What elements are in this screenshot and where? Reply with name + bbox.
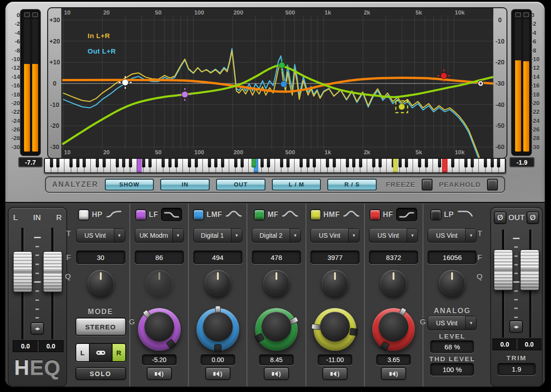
input-fader-handle-r[interactable] (43, 251, 62, 292)
piano-key-black[interactable] (241, 159, 244, 167)
band-key-marker-mf[interactable] (251, 159, 256, 167)
piano-key-black[interactable] (346, 159, 349, 167)
piano-key-black[interactable] (326, 159, 329, 167)
band-gain-knob[interactable] (197, 308, 239, 351)
band-frequency-value[interactable]: 494 (193, 250, 242, 264)
filter-shape-button[interactable] (282, 210, 298, 219)
trim-value[interactable]: 1.9 (497, 363, 536, 375)
piano-key-black[interactable] (280, 159, 283, 167)
band-type-dropdown[interactable]: US Vint▼ (310, 228, 359, 243)
piano-key-black[interactable] (208, 159, 211, 167)
analog-type-dropdown[interactable]: US Vint▼ (428, 316, 477, 330)
piano-key-black[interactable] (379, 159, 382, 167)
band-q-knob[interactable] (322, 270, 348, 296)
band-gain-value[interactable]: -5.20 (142, 354, 177, 365)
band-color-swatch[interactable] (431, 210, 441, 220)
piano-key-black[interactable] (352, 159, 355, 167)
band-audition-button[interactable]: ) (147, 367, 172, 380)
band-key-marker-hf[interactable] (442, 159, 448, 172)
solo-button[interactable]: SOLO (75, 367, 126, 380)
filter-shape-button[interactable] (161, 208, 182, 221)
piano-key-black[interactable] (50, 159, 53, 167)
piano-key-black[interactable] (267, 159, 270, 167)
channel-link-button[interactable] (89, 344, 113, 361)
piano-key-black[interactable] (313, 159, 316, 167)
piano-key-black[interactable] (484, 159, 487, 167)
piano-keyboard[interactable] (44, 158, 506, 173)
piano-key-black[interactable] (438, 159, 441, 167)
band-audition-button[interactable]: ) (322, 367, 348, 380)
piano-key-black[interactable] (56, 159, 59, 167)
analyzer-in-button[interactable]: IN (160, 179, 210, 191)
piano-key-black[interactable] (175, 159, 178, 167)
input-gain-value-r[interactable]: 0.0 (38, 341, 63, 352)
band-frequency-value[interactable]: 86 (135, 250, 184, 264)
band-frequency-value[interactable]: 8372 (369, 250, 418, 264)
input-gain-value-l[interactable]: 0.0 (13, 341, 38, 352)
band-gain-value[interactable]: -11.00 (318, 354, 352, 365)
band-audition-button[interactable]: ) (264, 367, 289, 380)
filter-shape-button[interactable] (457, 210, 473, 219)
piano-key-black[interactable] (129, 159, 132, 167)
output-fader-handle-r[interactable] (520, 250, 539, 290)
peakhold-checkbox[interactable] (487, 179, 498, 191)
piano-key-black[interactable] (116, 159, 119, 167)
band-audition-button[interactable]: ) (381, 367, 406, 380)
band-color-swatch[interactable] (370, 210, 380, 220)
piano-key-black[interactable] (188, 159, 191, 167)
filter-shape-button[interactable] (396, 208, 417, 221)
analyzer-lm-button[interactable]: L / M (272, 179, 321, 191)
filter-shape-button[interactable] (343, 210, 359, 219)
piano-key-black[interactable] (333, 159, 336, 167)
band-control-point-lmf[interactable] (280, 81, 287, 87)
band-type-dropdown[interactable]: Digital 2▼ (252, 228, 301, 243)
input-fader-handle-l[interactable] (13, 251, 32, 292)
piano-key-black[interactable] (96, 159, 99, 167)
output-gain-value-l[interactable]: 0.0 (493, 339, 517, 350)
band-type-dropdown[interactable]: UK Modrn▼ (135, 228, 184, 243)
stereo-mode-button[interactable]: STEREO (75, 318, 126, 336)
piano-key-black[interactable] (464, 159, 467, 167)
band-q-knob[interactable] (263, 270, 290, 296)
band-key-marker-hmf[interactable] (393, 159, 398, 172)
analog-level-value[interactable]: 68 % (430, 340, 474, 353)
output-gain-value-r[interactable]: 0.0 (517, 339, 541, 350)
band-frequency-value[interactable]: 30 (76, 250, 125, 264)
piano-key-black[interactable] (300, 159, 303, 167)
band-frequency-value[interactable]: 16056 (428, 250, 477, 264)
piano-key-black[interactable] (398, 159, 402, 167)
piano-key-black[interactable] (425, 159, 428, 167)
piano-key-black[interactable] (286, 159, 290, 167)
band-gain-knob[interactable] (138, 308, 181, 351)
piano-key-black[interactable] (168, 159, 172, 167)
analyzer-out-button[interactable]: OUT (216, 179, 266, 191)
piano-key-black[interactable] (372, 159, 375, 167)
piano-key-black[interactable] (142, 159, 145, 167)
input-link-button[interactable]: ◀▶ (30, 322, 44, 335)
piano-key-black[interactable] (405, 159, 408, 167)
band-frequency-value[interactable]: 478 (252, 250, 301, 264)
output-phase-button-l[interactable]: Ø (494, 211, 507, 224)
piano-key-black[interactable] (83, 159, 86, 167)
band-color-swatch[interactable] (194, 210, 203, 220)
band-q-knob[interactable] (146, 270, 172, 296)
freeze-checkbox[interactable] (422, 179, 433, 191)
piano-key-black[interactable] (214, 159, 217, 167)
piano-key-black[interactable] (148, 159, 152, 167)
band-type-dropdown[interactable]: US Vint▼ (369, 228, 418, 243)
filter-shape-button[interactable] (226, 210, 242, 219)
piano-key-black[interactable] (76, 159, 79, 167)
band-gain-knob[interactable] (372, 308, 415, 351)
piano-key-black[interactable] (471, 159, 474, 167)
piano-key-black[interactable] (451, 159, 454, 167)
piano-key-black[interactable] (359, 159, 362, 167)
output-phase-button-r[interactable]: Ø (526, 211, 539, 224)
output-fader-handle-l[interactable] (494, 250, 513, 290)
piano-key-black[interactable] (306, 159, 310, 167)
band-color-swatch[interactable] (79, 210, 89, 220)
piano-key-black[interactable] (195, 159, 198, 167)
band-q-knob[interactable] (380, 270, 407, 296)
piano-key-black[interactable] (69, 159, 73, 167)
channel-left-button[interactable]: L (76, 344, 89, 361)
band-type-dropdown[interactable]: US Vint▼ (428, 228, 477, 243)
